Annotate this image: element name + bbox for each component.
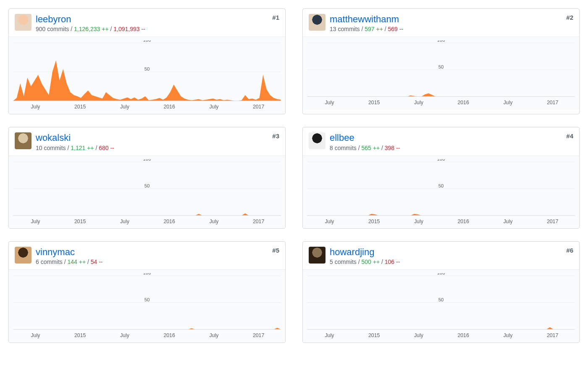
contributor-card: ellbee8 commits / 565 ++ / 398 --#450100…	[302, 127, 580, 229]
commit-stats: 13 commits / 597 ++ / 569 --	[330, 26, 566, 32]
svg-text:July: July	[120, 333, 130, 339]
svg-text:100: 100	[143, 40, 151, 42]
commit-chart: 50100July2015July2016July2017	[303, 159, 579, 229]
svg-text:July: July	[209, 104, 219, 110]
commit-count: 10 commits	[36, 145, 66, 151]
svg-text:2016: 2016	[457, 219, 469, 224]
svg-text:July: July	[325, 219, 334, 224]
commit-chart: 50100July2015July2016July2017	[9, 159, 285, 229]
deletions: 106 --	[385, 258, 400, 265]
commit-chart: 50100July2015July2016July2017	[9, 273, 285, 343]
svg-text:July: July	[325, 333, 334, 339]
card-header: howardjing5 commits / 500 ++ / 106 --#6	[303, 242, 579, 269]
username-link[interactable]: ellbee	[330, 132, 354, 143]
username-link[interactable]: howardjing	[330, 247, 374, 257]
avatar[interactable]	[309, 132, 326, 149]
svg-text:July: July	[503, 100, 513, 106]
rank: #5	[272, 247, 279, 254]
svg-text:2016: 2016	[163, 104, 175, 110]
svg-text:50: 50	[438, 297, 444, 302]
additions: 565 ++	[361, 145, 380, 151]
avatar[interactable]	[15, 247, 32, 264]
svg-text:2016: 2016	[163, 333, 175, 339]
svg-text:2017: 2017	[253, 219, 265, 224]
contributor-card: wokalski10 commits / 1,121 ++ / 680 --#3…	[8, 127, 286, 229]
svg-text:2015: 2015	[368, 100, 380, 106]
separator: /	[109, 26, 114, 32]
svg-text:2015: 2015	[74, 333, 86, 339]
svg-text:50: 50	[438, 64, 444, 69]
additions: 144 ++	[67, 258, 86, 265]
svg-text:July: July	[414, 219, 424, 224]
deletions: 569 --	[388, 26, 404, 32]
svg-text:July: July	[414, 100, 424, 106]
contributor-card: leebyron900 commits / 1,126,233 ++ / 1,0…	[8, 8, 286, 114]
svg-text:2016: 2016	[163, 219, 175, 224]
separator: /	[66, 145, 71, 151]
contributor-card: matthewwithanm13 commits / 597 ++ / 569 …	[302, 8, 580, 114]
separator: /	[69, 26, 74, 32]
svg-text:July: July	[414, 333, 424, 339]
svg-text:July: July	[209, 333, 219, 339]
rank: #3	[272, 132, 279, 140]
deletions: 1,091,993 --	[113, 26, 145, 32]
commit-count: 8 commits	[330, 145, 357, 151]
svg-text:July: July	[120, 219, 130, 224]
svg-text:50: 50	[438, 183, 444, 188]
svg-text:50: 50	[144, 297, 150, 302]
additions: 597 ++	[365, 26, 383, 32]
rank: #6	[566, 247, 573, 254]
svg-text:2017: 2017	[547, 219, 559, 224]
svg-text:2015: 2015	[368, 333, 380, 339]
commit-stats: 10 commits / 1,121 ++ / 680 --	[36, 145, 272, 151]
additions: 1,121 ++	[71, 145, 94, 151]
svg-text:July: July	[31, 104, 40, 110]
svg-text:2017: 2017	[253, 104, 265, 110]
rank: #1	[272, 14, 279, 21]
svg-text:100: 100	[143, 159, 151, 161]
svg-text:2017: 2017	[547, 333, 559, 339]
rank: #4	[566, 132, 573, 140]
svg-text:2017: 2017	[547, 100, 559, 106]
rank: #2	[566, 14, 573, 21]
avatar[interactable]	[15, 14, 32, 31]
avatar[interactable]	[309, 247, 326, 264]
svg-text:July: July	[120, 104, 130, 110]
svg-text:2017: 2017	[253, 333, 265, 339]
contributor-card: howardjing5 commits / 500 ++ / 106 --#65…	[302, 241, 580, 343]
username-link[interactable]: wokalski	[36, 132, 71, 143]
svg-text:July: July	[325, 100, 334, 106]
separator: /	[94, 145, 99, 151]
additions: 1,126,233 ++	[74, 26, 109, 32]
commit-count: 13 commits	[330, 26, 360, 32]
avatar[interactable]	[15, 132, 32, 149]
separator: /	[360, 26, 365, 32]
svg-text:2015: 2015	[368, 219, 380, 224]
card-header: matthewwithanm13 commits / 597 ++ / 569 …	[303, 9, 579, 37]
svg-text:July: July	[31, 333, 40, 339]
card-header: wokalski10 commits / 1,121 ++ / 680 --#3	[9, 127, 285, 155]
commit-chart: 50100July2015July2016July2017	[303, 273, 579, 343]
username-link[interactable]: matthewwithanm	[330, 14, 399, 24]
separator: /	[63, 258, 68, 265]
svg-text:July: July	[31, 219, 40, 224]
svg-text:100: 100	[437, 273, 445, 275]
svg-text:2015: 2015	[74, 219, 86, 224]
svg-text:July: July	[503, 219, 513, 224]
card-header: vinnymac6 commits / 144 ++ / 54 --#5	[9, 242, 285, 269]
username-link[interactable]: leebyron	[36, 14, 71, 24]
chart-area: 50100July2015July2016July2017	[9, 37, 285, 114]
svg-text:July: July	[209, 219, 219, 224]
chart-area: 50100July2015July2016July2017	[9, 269, 285, 343]
card-header: ellbee8 commits / 565 ++ / 398 --#4	[303, 127, 579, 155]
chart-area: 50100July2015July2016July2017	[303, 37, 579, 110]
commit-count: 5 commits	[330, 258, 357, 265]
svg-text:2016: 2016	[457, 333, 469, 339]
username-link[interactable]: vinnymac	[36, 247, 75, 257]
chart-area: 50100July2015July2016July2017	[303, 156, 579, 229]
commit-chart: 50100July2015July2016July2017	[9, 40, 285, 114]
svg-text:100: 100	[437, 40, 445, 42]
deletions: 680 --	[99, 145, 114, 151]
avatar[interactable]	[309, 14, 326, 31]
separator: /	[380, 145, 385, 151]
